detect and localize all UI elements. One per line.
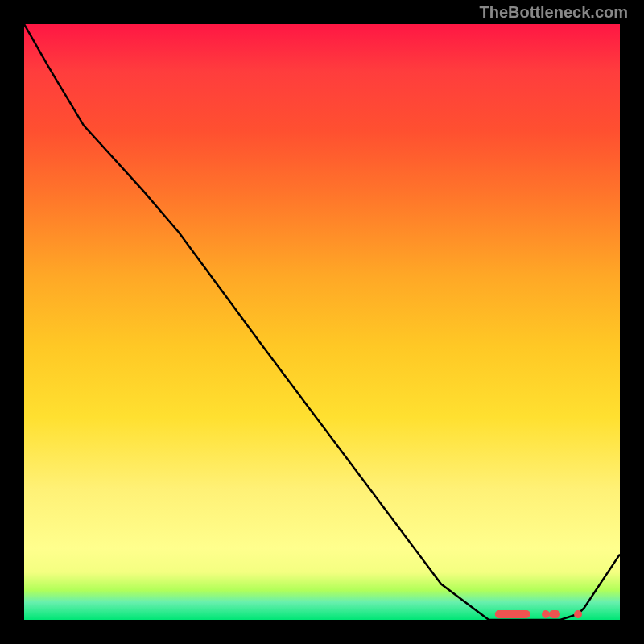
watermark-text: TheBottleneck.com xyxy=(480,3,628,22)
marker-dot xyxy=(549,610,560,618)
line-curve xyxy=(24,24,620,620)
marker-pill xyxy=(495,610,530,618)
curve-path xyxy=(24,24,620,620)
chart-plot-area xyxy=(24,24,620,620)
marker-dot xyxy=(574,610,582,618)
